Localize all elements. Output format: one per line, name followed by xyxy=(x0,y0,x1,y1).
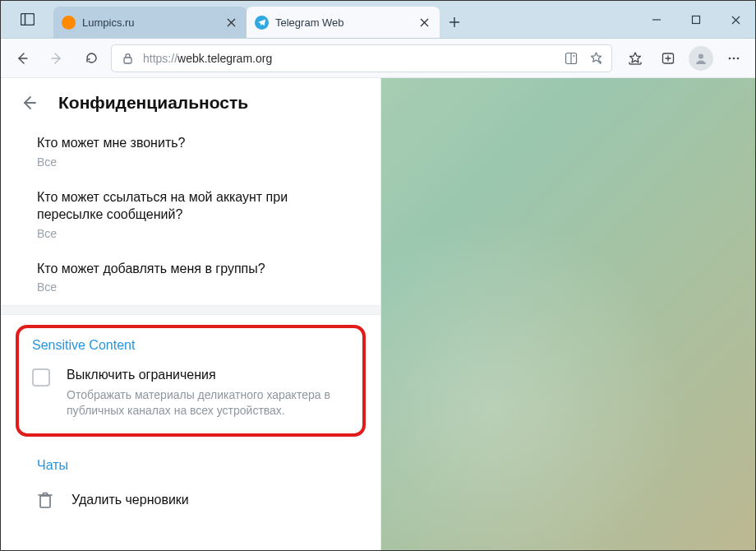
svg-rect-6 xyxy=(124,58,131,63)
sensitive-content-section: Sensitive Content Выключить ограничения … xyxy=(16,325,366,437)
settings-header: Конфиденциальность xyxy=(1,78,380,126)
browser-tab-telegram[interactable]: Telegram Web xyxy=(247,7,440,38)
disable-filtering-row[interactable]: Выключить ограничения Отображать материа… xyxy=(32,368,349,419)
svg-rect-3 xyxy=(693,16,700,24)
favicon-telegram-icon xyxy=(255,16,269,30)
setting-title: Кто может добавлять меня в группы? xyxy=(37,260,344,278)
window-maximize-button[interactable] xyxy=(676,1,716,39)
tab-actions-button[interactable] xyxy=(14,7,40,32)
browser-tabs: Lumpics.ru Telegram Web xyxy=(53,1,469,38)
browser-tab-lumpics[interactable]: Lumpics.ru xyxy=(53,7,247,38)
setting-forward-link[interactable]: Кто может ссылаться на мой аккаунт при п… xyxy=(1,180,380,252)
svg-point-19 xyxy=(737,57,740,59)
avatar-icon xyxy=(689,46,713,71)
address-bar[interactable]: https://webk.telegram.org xyxy=(111,44,612,72)
nav-refresh-button[interactable] xyxy=(76,44,106,72)
shopping-icon[interactable] xyxy=(564,51,579,66)
svg-rect-0 xyxy=(21,14,34,25)
new-tab-button[interactable] xyxy=(440,7,469,38)
checkbox-title: Выключить ограничения xyxy=(67,368,349,382)
page-content: Конфиденциальность Кто может мне звонить… xyxy=(1,78,755,550)
more-menu-button[interactable] xyxy=(719,44,749,72)
svg-point-16 xyxy=(698,53,703,58)
section-label-sensitive: Sensitive Content xyxy=(32,338,135,352)
setting-title: Кто может мне звонить? xyxy=(37,134,344,152)
window-controls xyxy=(637,1,755,38)
nav-back-button[interactable] xyxy=(7,44,37,72)
svg-point-18 xyxy=(733,57,735,59)
favorites-button[interactable] xyxy=(620,44,650,72)
lock-icon xyxy=(120,51,135,66)
section-divider xyxy=(1,305,380,315)
setting-value: Все xyxy=(37,280,344,294)
url-text: https://webk.telegram.org xyxy=(143,52,555,65)
favorite-star-icon[interactable] xyxy=(588,51,603,66)
tab-title: Lumpics.ru xyxy=(82,16,217,29)
svg-rect-21 xyxy=(40,496,50,507)
window-minimize-button[interactable] xyxy=(637,1,676,39)
collections-button[interactable] xyxy=(653,44,683,72)
setting-add-to-groups[interactable]: Кто может добавлять меня в группы? Все xyxy=(1,252,380,306)
setting-who-can-call[interactable]: Кто может мне звонить? Все xyxy=(1,126,380,180)
tab-close-button[interactable] xyxy=(417,15,431,30)
section-label-chats: Чаты xyxy=(1,451,380,473)
delete-drafts-row[interactable]: Удалить черновики xyxy=(1,473,380,527)
back-button[interactable] xyxy=(17,91,40,114)
page-title: Конфиденциальность xyxy=(58,93,248,113)
delete-drafts-label: Удалить черновики xyxy=(71,493,189,507)
favicon-lumpics-icon xyxy=(62,16,76,30)
svg-point-9 xyxy=(574,55,575,57)
profile-button[interactable] xyxy=(686,44,716,72)
tab-title: Telegram Web xyxy=(275,16,410,29)
disable-filtering-checkbox[interactable] xyxy=(32,368,50,387)
trash-icon xyxy=(37,491,53,509)
chat-background xyxy=(381,78,755,550)
tab-close-button[interactable] xyxy=(224,15,238,30)
browser-toolbar: https://webk.telegram.org xyxy=(1,39,755,78)
checkbox-description: Отображать материалы деликатного характе… xyxy=(67,387,349,419)
browser-titlebar: Lumpics.ru Telegram Web xyxy=(1,1,755,39)
setting-title: Кто может ссылаться на мой аккаунт при п… xyxy=(37,188,344,224)
setting-value: Все xyxy=(37,155,344,169)
settings-pane: Конфиденциальность Кто может мне звонить… xyxy=(1,78,381,550)
svg-point-17 xyxy=(729,57,731,59)
nav-forward-button[interactable] xyxy=(42,44,71,72)
window-close-button[interactable] xyxy=(716,1,755,39)
setting-value: Все xyxy=(37,227,344,240)
